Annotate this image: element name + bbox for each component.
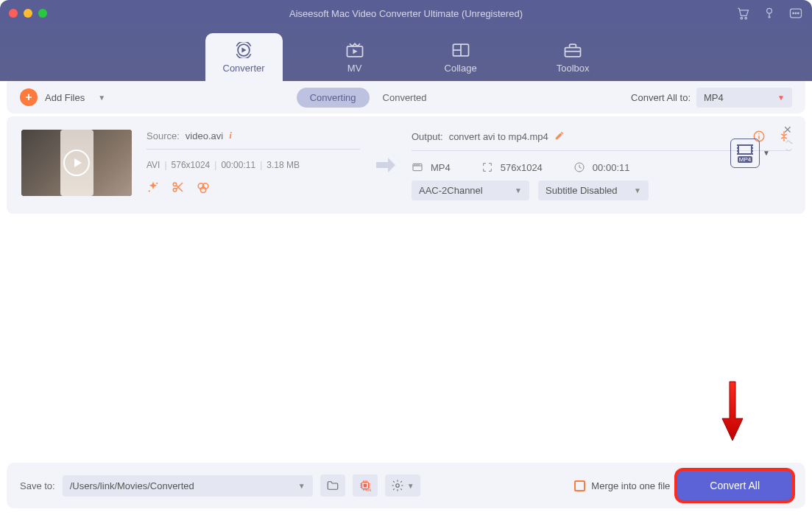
mv-icon	[345, 42, 365, 58]
arrow-icon	[375, 130, 397, 200]
film-icon	[738, 144, 752, 155]
edit-tools	[146, 181, 360, 194]
toolbox-icon	[562, 42, 583, 58]
tab-toolbox[interactable]: Toolbox	[539, 33, 607, 81]
footer: Save to: /Users/link/Movies/Converted ▼ …	[7, 463, 805, 508]
status-segmented: Converting Converted	[297, 88, 440, 108]
rename-icon[interactable]	[554, 130, 565, 143]
tab-collage[interactable]: Collage	[427, 33, 495, 81]
meta-resolution: 576x1024	[172, 160, 211, 170]
header: Aiseesoft Mac Video Converter Ultimate (…	[0, 0, 812, 81]
tab-mv[interactable]: MV	[327, 33, 383, 81]
main-tabs: Converter MV Collage Toolbox	[0, 33, 812, 81]
video-format-icon	[412, 161, 423, 173]
settings-button[interactable]: ▼	[385, 474, 420, 497]
enhance-icon[interactable]	[146, 181, 160, 194]
output-format-button[interactable]: MP4	[730, 139, 760, 168]
minimize-window-button[interactable]	[24, 9, 32, 18]
maximize-window-button[interactable]	[38, 9, 47, 18]
add-files-button[interactable]: + Add Files ▼	[20, 88, 105, 106]
divider	[146, 149, 360, 150]
trim-icon[interactable]	[172, 181, 185, 194]
convert-all-to-value: MP4	[704, 92, 724, 103]
chevron-down-icon[interactable]: ▼	[98, 94, 105, 102]
gpu-accel-button[interactable]: ON	[353, 474, 378, 497]
source-filename: video.avi	[186, 130, 223, 141]
converter-icon	[233, 42, 254, 58]
subtitle-select[interactable]: Subtitle Disabled ▼	[538, 181, 649, 200]
svg-rect-28	[413, 164, 422, 170]
duration-icon	[573, 161, 585, 173]
chevron-down-icon: ▼	[777, 94, 785, 102]
save-path-value: /Users/link/Movies/Converted	[70, 480, 194, 491]
toolbar: + Add Files ▼ Converting Converted Conve…	[7, 81, 805, 113]
source-column: Source: video.avi i AVI| 576x1024| 00:00…	[146, 130, 360, 200]
source-meta: AVI| 576x1024| 00:00:11| 3.18 MB	[146, 160, 360, 170]
convert-all-to-select[interactable]: MP4 ▼	[696, 88, 792, 108]
meta-codec: AVI	[146, 160, 160, 170]
svg-rect-35	[363, 484, 367, 488]
merge-label: Merge into one file	[591, 480, 670, 491]
convert-all-to-label: Convert All to:	[631, 92, 691, 103]
close-window-button[interactable]	[9, 9, 18, 18]
effects-icon[interactable]	[197, 181, 210, 194]
collage-icon	[451, 42, 471, 58]
save-path-select[interactable]: /Users/link/Movies/Converted ▼	[63, 475, 313, 497]
segment-converting[interactable]: Converting	[297, 88, 370, 108]
open-folder-button[interactable]	[320, 474, 345, 497]
audio-track-value: AAC-2Channel	[419, 185, 483, 196]
meta-size: 3.18 MB	[266, 160, 300, 170]
play-icon	[63, 150, 90, 176]
compress-icon[interactable]	[777, 130, 791, 143]
titlebar: Aiseesoft Mac Video Converter Ultimate (…	[0, 0, 812, 27]
svg-point-27	[758, 133, 760, 135]
window-controls	[9, 9, 47, 18]
svg-point-17	[149, 190, 150, 192]
move-down-button[interactable]: ﹀	[785, 146, 793, 156]
svg-point-5	[795, 13, 797, 14]
chevron-down-icon[interactable]: ▼	[763, 149, 770, 157]
svg-marker-8	[241, 48, 246, 53]
cart-icon[interactable]	[735, 6, 750, 21]
format-badge: MP4	[738, 156, 752, 163]
svg-point-1	[745, 17, 747, 18]
tab-toolbox-label: Toolbox	[557, 63, 590, 74]
tab-converter[interactable]: Converter	[205, 33, 283, 81]
output-label: Output:	[412, 131, 443, 142]
info-icon[interactable]: i	[229, 130, 232, 141]
output-selects: AAC-2Channel ▼ Subtitle Disabled ▼	[412, 181, 791, 200]
source-label: Source:	[146, 130, 180, 141]
output-filename: convert avi to mp4.mp4	[449, 131, 548, 142]
svg-point-2	[767, 8, 772, 13]
chip-icon: ON	[359, 479, 372, 492]
menu-icon[interactable]	[788, 6, 803, 21]
svg-point-18	[173, 183, 177, 186]
out-resolution: 576x1024	[501, 162, 543, 173]
merge-checkbox-group: Merge into one file	[574, 480, 670, 491]
tab-converter-label: Converter	[223, 63, 265, 74]
folder-icon	[326, 479, 339, 492]
svg-point-6	[798, 13, 799, 14]
content-area: ✕ ヘ ﹀ Source: video.avi i AVI| 576x1024|…	[0, 113, 812, 463]
plus-icon: +	[20, 88, 38, 106]
chevron-down-icon: ▼	[298, 482, 306, 490]
convert-all-button[interactable]: Convert All	[677, 471, 792, 500]
segment-converted[interactable]: Converted	[370, 88, 440, 108]
key-icon[interactable]	[762, 6, 777, 21]
header-actions	[735, 6, 803, 21]
svg-marker-10	[353, 49, 357, 54]
chevron-down-icon: ▼	[515, 186, 522, 195]
tab-mv-label: MV	[347, 63, 362, 74]
out-format: MP4	[431, 162, 451, 173]
subtitle-value: Subtitle Disabled	[546, 185, 618, 196]
app-window: Aiseesoft Mac Video Converter Ultimate (…	[0, 0, 812, 515]
save-to-label: Save to:	[20, 480, 55, 491]
svg-text:ON: ON	[366, 488, 371, 492]
svg-point-37	[395, 484, 399, 488]
merge-checkbox[interactable]	[574, 480, 585, 491]
svg-point-19	[173, 189, 177, 192]
audio-track-select[interactable]: AAC-2Channel ▼	[412, 181, 529, 200]
svg-point-4	[793, 13, 794, 14]
svg-point-16	[156, 183, 158, 184]
video-thumbnail[interactable]	[21, 130, 132, 196]
